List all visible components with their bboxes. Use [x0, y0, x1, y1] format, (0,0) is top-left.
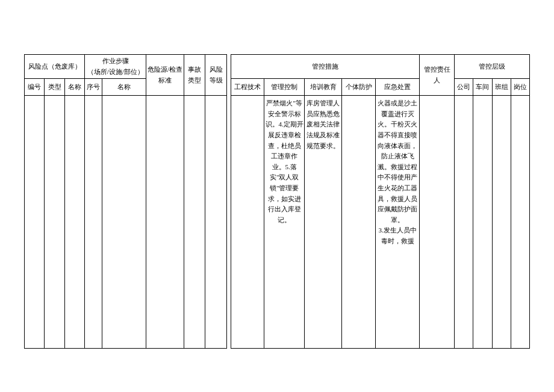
header-accident-type: 事故 类型: [184, 55, 205, 96]
header-step-name: 名称: [102, 79, 146, 96]
cell-seq: [85, 96, 102, 349]
header-work-step: 作业步骤 （场所/设施/部位）: [85, 55, 146, 79]
cell-accident: [184, 96, 205, 349]
header-mgmt-ctrl: 管理控制: [264, 79, 305, 96]
cell-position: [511, 96, 529, 349]
header-type: 类型: [45, 79, 64, 96]
header-eng-tech: 工程技术: [231, 79, 264, 96]
header-risk-point: 风险点（危废库）: [25, 55, 85, 79]
cell-emergency: 火器或是沙土覆盖进行灭火。干粉灭火器不得直接喷向液体表面，防止液体飞溅。救援过程…: [375, 96, 419, 349]
header-position: 岗位: [511, 79, 529, 96]
table-row: 严禁烟火"等安全警示标识。4.定期开展反违章检查，杜绝员工违章作业。5.落实"双…: [25, 96, 530, 349]
header-hazard-std: 危险源/检查 标准: [146, 55, 184, 96]
header-risk-level: 风险 等级: [205, 55, 227, 96]
cell-team: [492, 96, 511, 349]
header-training: 培训教育: [305, 79, 342, 96]
header-name: 名称: [64, 79, 84, 96]
header-company: 公司: [455, 79, 473, 96]
cell-hazard: [146, 96, 184, 349]
cell-step-name: [102, 96, 146, 349]
cell-eng-tech: [231, 96, 264, 349]
cell-mgmt-ctrl: 严禁烟火"等安全警示标识。4.定期开展反违章检查，杜绝员工违章作业。5.落实"双…: [264, 96, 305, 349]
header-control-measures: 管控措施: [231, 55, 420, 79]
cell-company: [455, 96, 473, 349]
risk-table: 风险点（危废库） 作业步骤 （场所/设施/部位） 危险源/检查 标准 事故 类型…: [24, 54, 530, 349]
header-emergency: 应急处置: [375, 79, 419, 96]
gap: [226, 55, 231, 349]
header-team: 班组: [492, 79, 511, 96]
cell-training: 库房管理人员应熟悉危废相关法律法规及标准规范要求。: [305, 96, 342, 349]
header-no: 编号: [25, 79, 45, 96]
cell-name: [64, 96, 84, 349]
cell-no: [25, 96, 45, 349]
cell-type: [45, 96, 64, 349]
header-responsible: 管控责任人: [420, 55, 455, 96]
cell-responsible: [420, 96, 455, 349]
cell-workshop: [473, 96, 492, 349]
header-seq: 序号: [85, 79, 102, 96]
header-personal-prot: 个体防护: [342, 79, 376, 96]
header-control-level: 管控层级: [455, 55, 530, 79]
header-workshop: 车间: [473, 79, 492, 96]
cell-personal-prot: [342, 96, 376, 349]
header-row-1: 风险点（危废库） 作业步骤 （场所/设施/部位） 危险源/检查 标准 事故 类型…: [25, 55, 530, 79]
cell-risk-level: [205, 96, 227, 349]
